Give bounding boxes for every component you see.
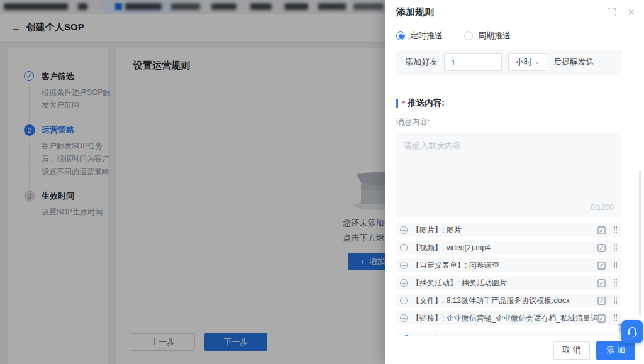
delay-unit-value: 小时 [516,57,532,68]
drawer-scrollbar[interactable] [639,170,641,316]
edit-icon[interactable] [597,262,606,270]
char-counter: 0/1200 [591,203,614,212]
chevron-down-icon: ∨ [535,60,540,65]
delay-suffix-label: 后提醒发送 [553,57,594,68]
attachment-label: 【文件】: 8.12微伴助手产品服务协议模板.docx [412,295,597,306]
drawer-header: 添加规则 ✕ [385,0,644,21]
attachment-row-actions [597,244,618,252]
add-rule-drawer: 添加规则 ✕ 定时推送 周期推送 添加好友 小时 ∨ [385,0,644,364]
drag-handle-icon[interactable] [614,262,618,269]
drawer-footer: 取 消 添 加 [385,336,644,364]
delay-unit-select[interactable]: 小时 ∨ [508,53,547,71]
push-content-section-label: * 推送内容: [396,97,621,109]
push-type-radio-group: 定时推送 周期推送 [396,30,621,41]
attachment-label: 【链接】: 企业微信营销_企业微信会话存档_私域流量运营-... [412,313,597,324]
attachment-row[interactable]: 【文件】: 8.12微伴助手产品服务协议模板.docx [396,294,621,307]
textarea-placeholder: 请输入群发内容 [404,141,461,150]
attachment-row[interactable]: 【图片】: 图片 [396,223,621,237]
radio-timed-push[interactable]: 定时推送 [396,30,443,41]
drag-handle-icon[interactable] [614,279,618,287]
drawer-body: 定时推送 周期推送 添加好友 小时 ∨ 后提醒发送 * 推送内容: [385,21,644,348]
drag-handle-icon[interactable] [614,226,618,234]
required-asterisk: * [402,99,405,108]
attachment-row[interactable]: 【自定义表单】: 问卷调查 [396,258,621,272]
attachment-row[interactable]: 【视频】: video(2).mp4 [396,241,621,255]
close-icon[interactable]: ✕ [627,7,635,18]
remove-attachment-icon[interactable] [400,244,408,251]
section-label-text: 推送内容: [408,97,445,109]
fullscreen-expand-icon[interactable] [608,8,616,16]
headset-icon [626,326,638,338]
message-content-label: 消息内容: [396,117,621,128]
remove-attachment-icon[interactable] [400,262,408,269]
drag-handle-icon[interactable] [614,297,618,304]
attachment-row-actions [597,226,618,234]
section-accent-bar [396,99,398,108]
attachment-label: 【抽奖活动】: 抽奖活动图片 [412,278,597,289]
edit-icon[interactable] [597,314,606,323]
delay-value-input[interactable] [444,53,502,71]
app-window: ← 创建个人SOP ✓ 客户筛选 根据条件选择SOP触发客户范围 2 运营策略 … [0,0,644,364]
radio-checked-icon [396,31,405,40]
attachment-label: 【自定义表单】: 问卷调查 [412,260,597,271]
drawer-title: 添加规则 [396,3,608,18]
drag-handle-icon[interactable] [614,314,618,322]
attachment-row-actions [597,297,618,305]
attachment-label: 【图片】: 图片 [412,225,597,236]
attachment-row-actions [597,279,618,287]
remove-attachment-icon[interactable] [400,297,408,304]
edit-icon[interactable] [597,244,606,252]
remove-attachment-icon[interactable] [400,279,408,287]
edit-icon[interactable] [597,279,606,287]
attachment-row-actions [597,262,618,270]
confirm-add-button[interactable]: 添 加 [596,341,635,360]
remove-attachment-icon[interactable] [400,314,408,322]
attachment-list: 【图片】: 图片 【视频】: video(2).mp4 [396,223,621,325]
cancel-button[interactable]: 取 消 [553,341,590,360]
radio-periodic-push[interactable]: 周期推送 [464,30,511,41]
attachment-label: 【视频】: video(2).mp4 [412,243,597,253]
customer-service-fab[interactable] [621,320,643,343]
message-textarea[interactable]: 请输入群发内容 0/1200 [396,133,621,217]
radio-unchecked-icon [464,31,473,40]
radio-label: 定时推送 [410,30,443,41]
edit-icon[interactable] [597,297,606,305]
delay-prefix-label: 添加好友 [405,57,438,68]
remove-attachment-icon[interactable] [400,226,408,234]
attachment-row[interactable]: 【链接】: 企业微信营销_企业微信会话存档_私域流量运营-... [396,311,621,325]
attachment-row[interactable]: 【抽奖活动】: 抽奖活动图片 [396,276,621,290]
edit-icon[interactable] [597,226,606,234]
radio-label: 周期推送 [478,30,511,41]
attachment-row-actions [597,314,618,323]
drag-handle-icon[interactable] [614,244,618,251]
friend-delay-row: 添加好友 小时 ∨ 后提醒发送 [396,50,621,75]
